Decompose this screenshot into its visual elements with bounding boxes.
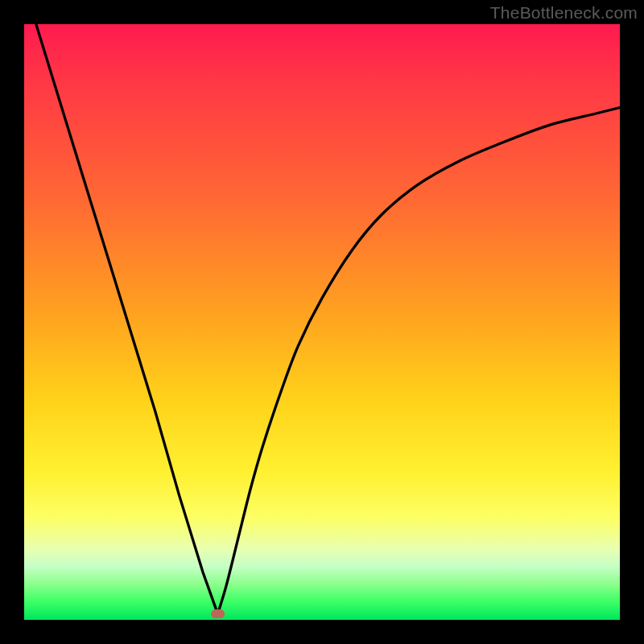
curve-layer [24, 24, 620, 620]
curve-right-branch [218, 108, 621, 614]
minimum-marker [211, 609, 225, 619]
chart-frame: TheBottleneck.com [0, 0, 644, 644]
curve-left-branch [36, 24, 218, 614]
plot-area [24, 24, 620, 620]
attribution-text: TheBottleneck.com [490, 3, 638, 23]
